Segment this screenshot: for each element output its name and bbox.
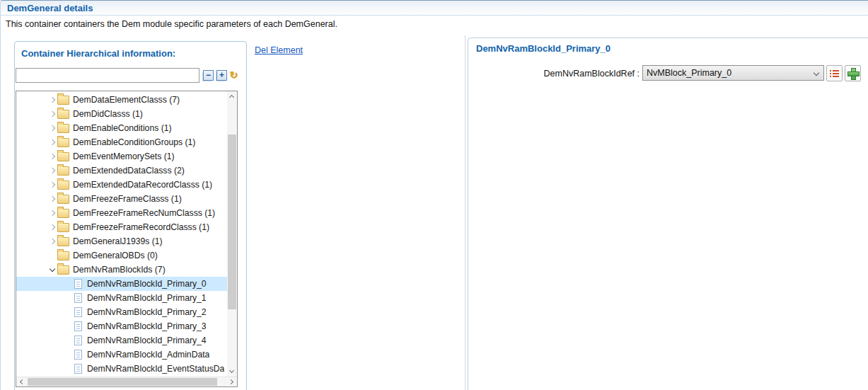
tree-item-label: DemDataElementClasss (7) xyxy=(73,93,180,107)
chevron-right-icon[interactable] xyxy=(48,195,57,203)
scroll-up-arrow[interactable] xyxy=(227,91,237,101)
del-element-link[interactable]: Del Element xyxy=(255,45,303,55)
chevron-placeholder xyxy=(64,350,72,359)
tree-item[interactable]: DemEnableConditionGroups (1) xyxy=(16,135,227,149)
chevron-right-icon[interactable] xyxy=(48,223,57,231)
tree-item[interactable]: DemFreezeFrameRecordClasss (1) xyxy=(16,220,227,234)
tree-item[interactable]: DemNvRamBlockIds (7) xyxy=(16,263,227,277)
tree-item[interactable]: DemExtendedDataRecordClasss (1) xyxy=(16,178,227,192)
page-header-strip xyxy=(1,1,868,16)
tree-horizontal-scrollbar[interactable] xyxy=(16,377,237,386)
tree-vertical-scrollbar[interactable] xyxy=(227,91,237,377)
tree-item[interactable]: DemFreezeFrameClasss (1) xyxy=(16,192,227,206)
tree-item-label: DemDidClasss (1) xyxy=(73,107,143,121)
horizontal-scroll-thumb[interactable] xyxy=(28,378,217,386)
tree-item[interactable]: DemGeneralOBDs (0) xyxy=(16,248,227,263)
folder-icon xyxy=(57,237,69,246)
tree-item-label: DemNvRamBlockId_Primary_0 xyxy=(87,277,207,291)
tree-item[interactable]: DemNvRamBlockId_AdminData xyxy=(16,348,227,362)
tree-item-label: DemNvRamBlockId_Primary_1 xyxy=(87,291,207,305)
chevron-placeholder xyxy=(64,294,72,302)
page-title: DemGeneral details xyxy=(7,3,93,13)
tree-item[interactable]: DemNvRamBlockId_Primary_0 xyxy=(16,277,227,291)
scroll-left-arrow[interactable] xyxy=(16,377,26,387)
tree-item[interactable]: DemExtendedDataClasss (2) xyxy=(16,164,227,178)
tree-item-label: DemGeneralJ1939s (1) xyxy=(73,234,163,248)
scroll-down-arrow[interactable] xyxy=(227,367,237,377)
folder-icon xyxy=(57,138,69,147)
tree-item-label: DemExtendedDataClasss (2) xyxy=(73,164,185,178)
tree-item[interactable]: DemNvRamBlockId_Primary_4 xyxy=(16,333,227,348)
refresh-button[interactable]: ↻ xyxy=(228,69,240,81)
tree-item[interactable]: DemEventMemorySets (1) xyxy=(16,149,227,164)
detail-panel-title: DemNvRamBlockId_Primary_0 xyxy=(476,43,611,54)
detail-panel xyxy=(468,38,868,390)
folder-icon xyxy=(57,223,69,232)
chevron-right-icon[interactable] xyxy=(48,110,57,118)
expand-all-button[interactable]: + xyxy=(216,69,228,81)
tree-item-label: DemNvRamBlockId_AdminData xyxy=(87,348,209,362)
dropdown-selected-value: NvMBlock_Primary_0 xyxy=(647,68,731,78)
folder-icon xyxy=(57,96,69,105)
expand-all-icon: + xyxy=(216,70,227,81)
file-icon xyxy=(74,364,82,374)
tree-item[interactable]: DemNvRamBlockId_Primary_1 xyxy=(16,291,227,305)
tree-viewport: DemDataElementClasss (7)DemDidClasss (1)… xyxy=(16,91,227,377)
chevron-right-icon[interactable] xyxy=(48,152,57,161)
ref-field-label: DemNvRamBlockIdRef : xyxy=(468,69,640,79)
tree-item[interactable]: DemDidClasss (1) xyxy=(16,107,227,121)
tree-item-label: DemFreezeFrameRecNumClasss (1) xyxy=(73,206,215,220)
chevron-placeholder xyxy=(48,251,57,260)
chevron-right-icon[interactable] xyxy=(48,124,57,132)
refresh-icon: ↻ xyxy=(230,69,238,81)
chevron-right-icon[interactable] xyxy=(48,209,57,217)
tree-item-label: DemEnableConditions (1) xyxy=(73,121,172,135)
chevron-placeholder xyxy=(64,322,72,331)
tree-item[interactable]: DemNvRamBlockId_EventStatusDa xyxy=(16,362,227,376)
chevron-placeholder xyxy=(64,336,72,345)
file-icon xyxy=(74,350,82,360)
folder-icon xyxy=(57,124,69,133)
tree-item[interactable]: DemDataElementClasss (7) xyxy=(16,93,227,107)
file-icon xyxy=(74,321,82,331)
folder-icon xyxy=(57,180,69,190)
tree-item-label: DemFreezeFrameClasss (1) xyxy=(73,192,182,206)
folder-icon xyxy=(57,265,69,275)
tree-item[interactable]: DemFreezeFrameRecNumClasss (1) xyxy=(16,206,227,220)
nvram-block-ref-dropdown[interactable]: NvMBlock_Primary_0 xyxy=(642,65,824,81)
file-icon xyxy=(74,293,82,303)
file-icon xyxy=(74,279,82,289)
chevron-down-icon[interactable] xyxy=(48,265,57,274)
tree-item-label: DemGeneralOBDs (0) xyxy=(73,248,158,263)
vertical-scroll-thumb[interactable] xyxy=(228,134,236,309)
chevron-placeholder xyxy=(64,308,72,316)
chevron-right-icon[interactable] xyxy=(48,138,57,147)
hierarchy-tree: DemDataElementClasss (7)DemDidClasss (1)… xyxy=(16,91,238,387)
tree-item-label: DemEnableConditionGroups (1) xyxy=(73,135,195,149)
file-icon xyxy=(74,335,82,345)
page-subtitle: This container containers the Dem module… xyxy=(6,19,337,29)
tree-item[interactable]: DemNvRamBlockId_Primary_3 xyxy=(16,319,227,333)
add-reference-button[interactable] xyxy=(845,65,861,81)
chevron-placeholder xyxy=(64,365,72,373)
file-icon xyxy=(74,307,82,317)
collapse-all-button[interactable]: − xyxy=(202,69,214,81)
reference-list-button[interactable] xyxy=(826,65,843,81)
chevron-right-icon[interactable] xyxy=(48,237,57,246)
tree-item[interactable]: DemEnableConditions (1) xyxy=(16,121,227,135)
tree-item[interactable]: DemGeneralJ1939s (1) xyxy=(16,234,227,248)
chevron-right-icon[interactable] xyxy=(48,166,57,175)
scroll-right-arrow[interactable] xyxy=(227,377,237,387)
list-icon xyxy=(830,69,839,78)
folder-icon xyxy=(57,251,69,260)
collapse-all-icon: − xyxy=(203,70,214,81)
tree-item-label: DemNvRamBlockId_Primary_4 xyxy=(87,333,207,348)
tree-item-label: DemExtendedDataRecordClasss (1) xyxy=(73,178,212,192)
tree-item-label: DemNvRamBlockId_Primary_2 xyxy=(87,305,207,319)
tree-item[interactable]: DemNvRamBlockId_Primary_2 xyxy=(16,305,227,319)
chevron-right-icon[interactable] xyxy=(48,180,57,189)
tree-filter-input[interactable] xyxy=(16,68,199,83)
folder-icon xyxy=(57,166,69,176)
hierarchy-panel-title: Container Hierarchical information: xyxy=(21,48,175,59)
chevron-right-icon[interactable] xyxy=(48,96,57,104)
